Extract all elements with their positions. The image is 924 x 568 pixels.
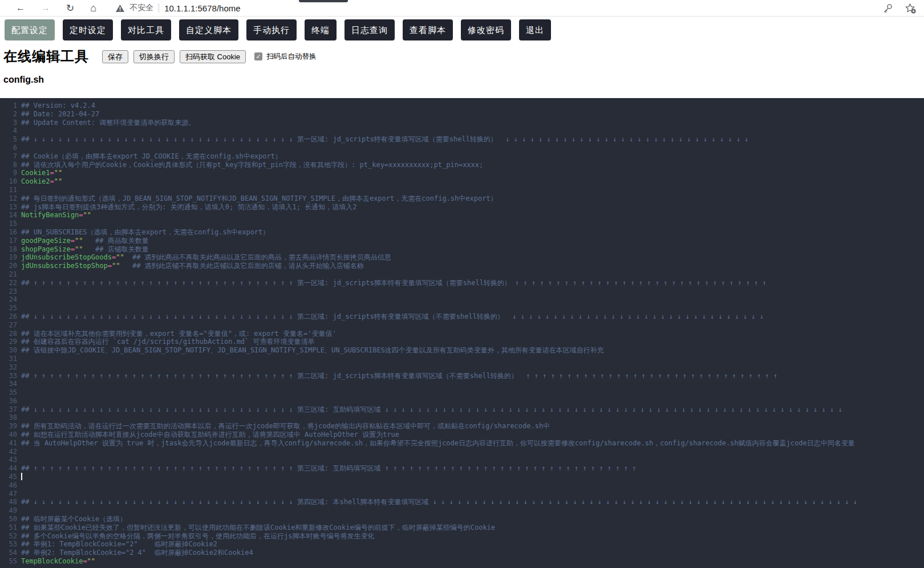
editor-line-9[interactable]: 9Cookie1="" — [0, 169, 924, 177]
line-number: 1 — [0, 102, 17, 110]
line-number: 39 — [0, 422, 17, 431]
editor-line-19[interactable]: 19jdUnsubscribeStopGoods="" ## 遇到此商品不再取关… — [0, 253, 924, 262]
editor-line-21[interactable]: 21 — [0, 270, 924, 279]
browser-back-icon[interactable]: ← — [16, 3, 25, 13]
nav-button-change-password[interactable]: 修改密码 — [461, 19, 511, 40]
auto-replace-checkbox[interactable]: ✓ — [254, 52, 262, 60]
editor-line-5[interactable]: 5## ↓ ↓ ↓ ↓ ↓ ↓ ↓ ↓ ↓ ↓ ↓ ↓ ↓ ↓ ↓ ↓ ↓ ↓ … — [0, 135, 924, 144]
browser-address-bar[interactable]: 不安全 10.1.1.1:5678/home — [116, 3, 240, 13]
editor-line-6[interactable]: 6 — [0, 144, 924, 152]
editor-line-23[interactable]: 23 — [0, 287, 924, 296]
nav-button-timer-settings[interactable]: 定时设定 — [63, 19, 113, 40]
editor-line-43[interactable]: 43 — [0, 456, 924, 464]
line-number: 53 — [0, 540, 17, 549]
editor-line-34[interactable]: 34 — [0, 380, 924, 388]
nav-button-config-settings[interactable]: 配置设定 — [5, 19, 55, 40]
nav-button-manual-run[interactable]: 手动执行 — [246, 19, 297, 40]
line-number: 17 — [0, 237, 17, 245]
editor-line-2[interactable]: 2## Date: 2021-04-27 — [0, 110, 924, 119]
line-number: 37 — [0, 405, 17, 414]
editor-line-3[interactable]: 3## Update Content: 调整环境变量清单的获取来源。 — [0, 119, 924, 127]
editor-line-48[interactable]: 48## ↓ ↓ ↓ ↓ ↓ ↓ ↓ ↓ ↓ ↓ ↓ ↓ ↓ ↓ ↓ ↓ ↓ ↓… — [0, 498, 924, 506]
editor-line-44[interactable]: 44## ↑ ↑ ↑ ↑ ↑ ↑ ↑ ↑ ↑ ↑ ↑ ↑ ↑ ↑ ↑ ↑ ↑ ↑… — [0, 464, 924, 473]
editor-line-33[interactable]: 33## ↑ ↑ ↑ ↑ ↑ ↑ ↑ ↑ ↑ ↑ ↑ ↑ ↑ ↑ ↑ ↑ ↑ ↑… — [0, 372, 924, 380]
editor-line-46[interactable]: 46 — [0, 481, 924, 490]
line-content: ## 举例1: TempBlockCookie="2" 临时屏蔽掉Cookie2 — [21, 540, 217, 549]
browser-forward-icon[interactable]: → — [41, 3, 50, 13]
editor-line-50[interactable]: 50## 临时屏蔽某个Cookie（选填） — [0, 515, 924, 524]
line-content: ## 如想在运行互助活动脚本时直接从jcode中自动获取互助码并进行互助，请将第… — [21, 431, 399, 439]
editor-line-10[interactable]: 10Cookie2="" — [0, 177, 924, 186]
editor-line-16[interactable]: 16## UN_SUBSCRIBES（选填，由脚本去export，无需在conf… — [0, 228, 924, 237]
scan-cookie-button[interactable]: 扫码获取 Cookie — [180, 50, 246, 63]
file-name: config.sh — [3, 75, 924, 85]
line-number: 23 — [0, 287, 17, 296]
editor-line-15[interactable]: 15 — [0, 220, 924, 228]
editor-line-14[interactable]: 14NotifyBeanSign="" — [0, 211, 924, 220]
editor-line-24[interactable]: 24 — [0, 295, 924, 304]
editor-line-40[interactable]: 40## 如想在运行互助活动脚本时直接从jcode中自动获取互助码并进行互助，请… — [0, 431, 924, 439]
line-content: ## 当 AutoHelpOther 设置为 true 时，jtask会先导入j… — [21, 439, 855, 448]
editor-line-8[interactable]: 8## 请依次填入每个用户的Cookie，Cookie的具体形式（只有pt_ke… — [0, 161, 924, 169]
editor-line-47[interactable]: 47 — [0, 490, 924, 498]
editor-line-41[interactable]: 41## 当 AutoHelpOther 设置为 true 时，jtask会先导… — [0, 439, 924, 448]
editor-line-11[interactable]: 11 — [0, 186, 924, 194]
editor-line-4[interactable]: 4 — [0, 127, 924, 135]
password-key-icon[interactable] — [883, 3, 893, 13]
editor-line-45[interactable]: 45 — [0, 473, 924, 481]
nav-button-logout[interactable]: 退出 — [519, 19, 551, 40]
editor-line-25[interactable]: 25 — [0, 304, 924, 313]
editor-line-29[interactable]: 29## 创建容器后在容器内运行 `cat /jd/scripts/github… — [0, 338, 924, 346]
line-number: 14 — [0, 211, 17, 220]
toggle-wrap-button[interactable]: 切换换行 — [133, 50, 175, 63]
line-content: NotifyBeanSign="" — [21, 211, 91, 220]
editor-line-53[interactable]: 53## 举例1: TempBlockCookie="2" 临时屏蔽掉Cooki… — [0, 540, 924, 549]
editor-line-51[interactable]: 51## 如果某些Cookie已经失效了，但暂时还没法更新，可以使用此功能在不删… — [0, 524, 924, 532]
editor-line-12[interactable]: 12## 每日签到的通知形式（选填，JD_BEAN_SIGN_STOP_NOTI… — [0, 194, 924, 203]
line-number: 15 — [0, 220, 17, 228]
editor-line-35[interactable]: 35 — [0, 388, 924, 397]
not-secure-label: 不安全 — [129, 3, 153, 13]
editor-line-31[interactable]: 31 — [0, 355, 924, 363]
line-number: 9 — [0, 169, 17, 177]
nav-button-log-query[interactable]: 日志查询 — [345, 19, 395, 40]
nav-button-terminal[interactable]: 终端 — [305, 19, 337, 40]
editor-line-37[interactable]: 37## ↓ ↓ ↓ ↓ ↓ ↓ ↓ ↓ ↓ ↓ ↓ ↓ ↓ ↓ ↓ ↓ ↓ ↓… — [0, 405, 924, 414]
editor-line-27[interactable]: 27 — [0, 321, 924, 330]
browser-home-icon[interactable]: ⌂ — [90, 3, 96, 13]
editor-line-32[interactable]: 32 — [0, 363, 924, 372]
editor-line-7[interactable]: 7## Cookie（必填，由脚本去export JD_COOKIE，无需在co… — [0, 152, 924, 161]
line-content: goodPageSize="" ## 商品取关数量 — [21, 237, 149, 245]
editor-line-38[interactable]: 38 — [0, 413, 924, 422]
nav-button-custom-script[interactable]: 自定义脚本 — [179, 19, 238, 40]
editor-line-22[interactable]: 22## ↑ ↑ ↑ ↑ ↑ ↑ ↑ ↑ ↑ ↑ ↑ ↑ ↑ ↑ ↑ ↑ ↑ ↑… — [0, 279, 924, 287]
editor-line-49[interactable]: 49 — [0, 506, 924, 515]
editor-line-20[interactable]: 20jdUnsubscribeStopShop="" ## 遇到此店铺不再取关此… — [0, 262, 924, 270]
editor-line-42[interactable]: 42 — [0, 448, 924, 456]
line-number: 16 — [0, 228, 17, 237]
page-title: 在线编辑工具 — [3, 47, 89, 66]
editor-line-36[interactable]: 36 — [0, 397, 924, 405]
favorite-star-icon[interactable] — [905, 3, 916, 14]
editor-line-30[interactable]: 30## 该链接中除JD_COOKIE、JD_BEAN_SIGN_STOP_NO… — [0, 346, 924, 355]
line-number: 19 — [0, 253, 17, 262]
editor-line-17[interactable]: 17goodPageSize="" ## 商品取关数量 — [0, 237, 924, 245]
editor-line-1[interactable]: 1## Version: v4.2.4 — [0, 102, 924, 110]
line-number: 40 — [0, 431, 17, 439]
editor-line-39[interactable]: 39## 所有互助码活动，请在运行过一次需要互助的活动脚本以后，再运行一次jco… — [0, 422, 924, 431]
editor-line-28[interactable]: 28## 请在本区域补充其他你需要用到变量，export 变量名="变量值"，或… — [0, 330, 924, 338]
editor-line-55[interactable]: 55TempBlockCookie="" — [0, 557, 924, 566]
line-number: 42 — [0, 448, 17, 456]
browser-refresh-icon[interactable]: ↻ — [66, 3, 74, 13]
editor-line-26[interactable]: 26## ↓ ↓ ↓ ↓ ↓ ↓ ↓ ↓ ↓ ↓ ↓ ↓ ↓ ↓ ↓ ↓ ↓ ↓… — [0, 313, 924, 321]
save-button[interactable]: 保存 — [102, 50, 128, 63]
editor-line-18[interactable]: 18shopPageSize="" ## 店铺取关数量 — [0, 245, 924, 254]
nav-button-view-script[interactable]: 查看脚本 — [403, 19, 453, 40]
code-editor[interactable]: 1## Version: v4.2.42## Date: 2021-04-273… — [0, 98, 924, 568]
editor-line-13[interactable]: 13## js脚本每日签到提供3种通知方式，分别为: 关闭通知，请填入0; 简洁… — [0, 203, 924, 212]
nav-button-compare-tool[interactable]: 对比工具 — [121, 19, 171, 40]
url-text: 10.1.1.1:5678/home — [164, 3, 240, 13]
editor-line-54[interactable]: 54## 举例2: TempBlockCookie="2 4" 临时屏蔽掉Coo… — [0, 549, 924, 557]
auto-replace-label: 扫码后自动替换 — [266, 52, 317, 62]
editor-line-52[interactable]: 52## 多个Cookie编号以半角的空格分隔，两侧一对半角双引号，使用此功能后… — [0, 532, 924, 541]
